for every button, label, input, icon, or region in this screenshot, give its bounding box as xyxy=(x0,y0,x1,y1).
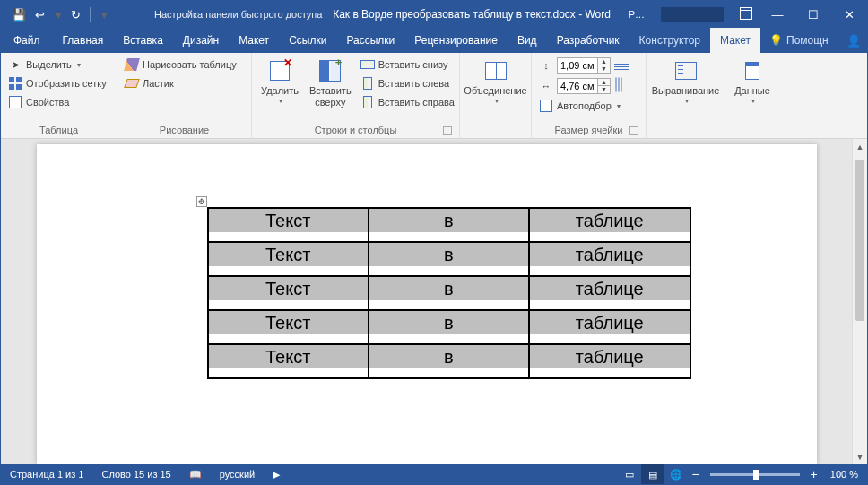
tab-table-design[interactable]: Конструктор xyxy=(629,28,710,53)
table-row[interactable]: Текствтаблице xyxy=(208,310,690,344)
select-button[interactable]: ➤Выделить▾ xyxy=(6,56,111,73)
tab-view[interactable]: Вид xyxy=(508,28,547,53)
table-row[interactable]: Текствтаблице xyxy=(208,344,690,378)
table-move-handle[interactable]: ✥ xyxy=(196,196,207,207)
spin-down[interactable]: ▼ xyxy=(598,65,611,74)
view-web-layout[interactable]: 🌐 xyxy=(664,464,688,484)
data-button[interactable]: Данные▾ xyxy=(731,56,774,108)
cell-text: таблице xyxy=(530,209,690,232)
ribbon-tabs: Файл Главная Вставка Дизайн Макет Ссылки… xyxy=(1,28,867,53)
table-cell[interactable]: таблице xyxy=(529,344,690,378)
tab-layout[interactable]: Макет xyxy=(229,28,279,53)
scroll-thumb[interactable] xyxy=(855,160,864,321)
scroll-up[interactable]: ▲ xyxy=(853,139,867,154)
account-area[interactable] xyxy=(661,7,724,22)
scroll-track[interactable] xyxy=(853,154,867,449)
status-words[interactable]: Слово 15 из 15 xyxy=(92,469,179,480)
row-height-input[interactable] xyxy=(557,57,598,74)
tab-developer[interactable]: Разработчик xyxy=(547,28,629,53)
gridlines-icon xyxy=(8,76,22,91)
close-button[interactable]: ✕ xyxy=(831,1,867,28)
maximize-button[interactable]: ☐ xyxy=(795,1,831,28)
table-cell[interactable]: таблице xyxy=(529,310,690,344)
table-row[interactable]: Текствтаблице xyxy=(208,242,690,276)
tell-me[interactable]: 💡 Помощн xyxy=(760,28,838,53)
table-cell[interactable]: Текст xyxy=(208,344,369,378)
scroll-down[interactable]: ▼ xyxy=(853,449,867,464)
cell-text: в xyxy=(369,243,528,266)
table-cell[interactable]: таблице xyxy=(529,208,690,242)
col-width-input[interactable] xyxy=(557,78,598,94)
dialog-launcher[interactable] xyxy=(629,126,638,135)
table-cell[interactable]: в xyxy=(369,344,529,378)
view-read-mode[interactable]: ▭ xyxy=(618,464,641,484)
tab-design[interactable]: Дизайн xyxy=(173,28,229,53)
distribute-rows-icon[interactable] xyxy=(614,58,629,73)
page[interactable]: ✥ ТекствтаблицеТекствтаблицеТекствтаблиц… xyxy=(37,144,817,464)
qat-customize-dropdown[interactable]: ▾ xyxy=(101,8,108,22)
tab-insert[interactable]: Вставка xyxy=(113,28,173,53)
table-cell[interactable]: в xyxy=(369,310,529,344)
draw-table-button[interactable]: Нарисовать таблицу xyxy=(123,56,246,73)
properties-button[interactable]: Свойства xyxy=(6,94,111,110)
title-bar: 💾 ↩ ▾ ↻ ▾ Настройка панели быстрого дост… xyxy=(1,1,867,28)
minimize-button[interactable]: ― xyxy=(760,1,795,28)
tab-mailings[interactable]: Рассылки xyxy=(336,28,404,53)
table-cell[interactable]: в xyxy=(369,242,529,276)
window-title: Как в Ворде преобразовать таблицу в текс… xyxy=(322,8,621,21)
table-cell[interactable]: в xyxy=(369,276,529,310)
table-cell[interactable]: в xyxy=(369,208,529,242)
table-cell[interactable]: таблице xyxy=(529,276,690,310)
zoom-slider[interactable] xyxy=(710,473,800,476)
document-scroll[interactable]: ✥ ТекствтаблицеТекствтаблицеТекствтаблиц… xyxy=(1,139,852,464)
insert-above-button[interactable]: Вставить сверху xyxy=(306,56,355,110)
dialog-launcher[interactable] xyxy=(443,126,452,135)
document-table[interactable]: ТекствтаблицеТекствтаблицеТекствтаблицеТ… xyxy=(207,207,691,379)
zoom-in[interactable]: + xyxy=(807,467,821,481)
tab-file[interactable]: Файл xyxy=(1,28,53,53)
tab-home[interactable]: Главная xyxy=(53,28,114,53)
status-macro[interactable]: ▶ xyxy=(264,469,289,481)
insert-left-button[interactable]: Вставить слева xyxy=(359,75,456,91)
vertical-scrollbar[interactable]: ▲ ▼ xyxy=(852,139,867,464)
spin-up[interactable]: ▲ xyxy=(598,78,611,86)
status-spellcheck[interactable]: 📖 xyxy=(180,469,211,481)
row-height-control: ↕ ▲▼ xyxy=(537,56,640,74)
spin-down[interactable]: ▼ xyxy=(598,86,611,94)
delete-button[interactable]: Удалить▾ xyxy=(257,56,302,108)
insert-below-button[interactable]: Вставить снизу xyxy=(359,56,456,73)
ribbon-display-options-icon[interactable] xyxy=(733,7,760,22)
view-gridlines-button[interactable]: Отобразить сетку xyxy=(6,75,111,91)
table-cell[interactable]: Текст xyxy=(208,310,369,344)
group-name: Таблица xyxy=(6,123,111,138)
tab-references[interactable]: Ссылки xyxy=(279,28,336,53)
status-language[interactable]: русский xyxy=(211,469,264,480)
alignment-button[interactable]: Выравнивание▾ xyxy=(651,56,721,108)
redo-icon[interactable]: ↻ xyxy=(71,8,81,22)
insert-below-icon xyxy=(360,57,375,72)
eraser-button[interactable]: Ластик xyxy=(123,75,246,91)
insert-right-button[interactable]: Вставить справа xyxy=(359,94,456,110)
table-row[interactable]: Текствтаблице xyxy=(208,276,690,310)
group-name: Размер ячейки xyxy=(537,123,640,138)
share-icon[interactable]: 👤 xyxy=(838,34,868,48)
spin-up[interactable]: ▲ xyxy=(598,57,611,65)
tab-review[interactable]: Рецензирование xyxy=(404,28,508,53)
table-cell[interactable]: таблице xyxy=(529,242,690,276)
table-row[interactable]: Текствтаблице xyxy=(208,208,690,242)
view-print-layout[interactable]: ▤ xyxy=(641,464,664,484)
merge-button[interactable]: Объединение▾ xyxy=(464,56,527,108)
merge-icon xyxy=(483,58,508,83)
undo-dropdown[interactable]: ▾ xyxy=(56,8,62,22)
status-page[interactable]: Страница 1 из 1 xyxy=(1,469,92,480)
table-cell[interactable]: Текст xyxy=(208,242,369,276)
undo-icon[interactable]: ↩ xyxy=(35,8,45,22)
tab-table-layout[interactable]: Макет xyxy=(710,28,760,53)
table-cell[interactable]: Текст xyxy=(208,208,369,242)
table-cell[interactable]: Текст xyxy=(208,276,369,310)
distribute-cols-icon[interactable] xyxy=(614,79,629,93)
save-icon[interactable]: 💾 xyxy=(12,8,26,22)
zoom-out[interactable]: − xyxy=(688,467,702,481)
zoom-level[interactable]: 100 % xyxy=(821,469,867,480)
autofit-button[interactable]: Автоподбор▾ xyxy=(537,98,640,114)
